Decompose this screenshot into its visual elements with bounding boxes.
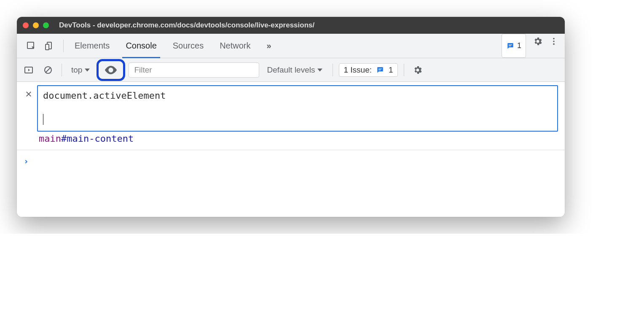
divider: [404, 64, 404, 76]
window-title: DevTools - developer.chrome.com/docs/dev…: [59, 21, 314, 30]
message-icon: [506, 42, 515, 50]
svg-rect-2: [46, 44, 49, 50]
create-live-expression-button[interactable]: [97, 59, 125, 81]
tab-sources[interactable]: Sources: [165, 34, 211, 58]
execution-context-selector[interactable]: top: [68, 64, 93, 76]
dropdown-triangle-icon: [85, 68, 90, 73]
live-expression-text: document.activeElement: [43, 90, 166, 101]
issues-label: 1 Issue:: [343, 65, 372, 75]
messages-count: 1: [517, 41, 521, 50]
tab-label: Console: [126, 41, 156, 51]
console-toolbar: top Default levels 1 Issue: 1: [17, 58, 565, 82]
issues-count: 1: [389, 65, 393, 75]
tab-label: Network: [220, 41, 250, 51]
result-element-tag: main: [39, 133, 61, 144]
tab-label: Elements: [75, 41, 110, 51]
divider: [63, 40, 64, 52]
minimize-window-button[interactable]: [33, 22, 39, 28]
remove-live-expression-button[interactable]: [20, 85, 37, 98]
svg-line-10: [46, 68, 51, 72]
maximize-window-button[interactable]: [43, 22, 49, 28]
filter-input[interactable]: [129, 62, 259, 78]
svg-rect-13: [378, 70, 381, 70]
issues-badge[interactable]: 1 Issue: 1: [339, 63, 397, 77]
more-menu-icon[interactable]: [546, 34, 561, 49]
settings-icon[interactable]: [530, 34, 545, 49]
result-element-id: #main-content: [61, 133, 134, 144]
log-levels-selector[interactable]: Default levels: [263, 65, 327, 75]
dropdown-triangle-icon: [317, 68, 322, 73]
tab-console[interactable]: Console: [118, 34, 164, 58]
eye-icon: [104, 63, 118, 77]
device-toolbar-icon[interactable]: [41, 38, 56, 54]
tab-elements[interactable]: Elements: [67, 34, 117, 58]
close-window-button[interactable]: [23, 22, 29, 28]
svg-rect-4: [509, 46, 511, 46]
live-expression-result[interactable]: main#main-content: [17, 132, 565, 150]
inspect-tools: [20, 34, 60, 58]
chevron-right-icon: »: [267, 41, 271, 51]
inspect-element-icon[interactable]: [24, 38, 39, 54]
console-settings-icon[interactable]: [410, 62, 425, 78]
svg-point-11: [110, 69, 113, 71]
svg-rect-3: [509, 44, 512, 45]
main-tabbar: Elements Console Sources Network » 1: [17, 34, 565, 58]
titlebar: DevTools - developer.chrome.com/docs/dev…: [17, 17, 565, 34]
close-icon: [25, 90, 32, 98]
svg-rect-12: [378, 68, 382, 69]
text-cursor: [43, 114, 43, 125]
divider: [62, 64, 62, 76]
tabs-overflow[interactable]: »: [259, 34, 279, 58]
svg-point-7: [553, 43, 555, 45]
live-expression-row: document.activeElement: [17, 82, 565, 132]
traffic-lights: [23, 22, 49, 28]
svg-point-5: [553, 38, 555, 40]
prompt-caret-icon: ›: [24, 156, 29, 166]
messages-badge[interactable]: 1: [502, 34, 526, 58]
clear-console-icon[interactable]: [40, 62, 56, 78]
devtools-window: DevTools - developer.chrome.com/docs/dev…: [17, 17, 565, 217]
context-label: top: [71, 65, 82, 75]
tab-network[interactable]: Network: [212, 34, 258, 58]
console-sidebar-toggle-icon[interactable]: [21, 62, 36, 78]
divider: [333, 64, 333, 76]
console-prompt[interactable]: ›: [17, 150, 565, 217]
message-icon: [376, 66, 384, 74]
tab-label: Sources: [173, 41, 204, 51]
console-content: document.activeElement main#main-content…: [17, 82, 565, 217]
svg-point-6: [553, 40, 555, 42]
live-expression-input[interactable]: document.activeElement: [37, 85, 558, 132]
levels-label: Default levels: [267, 65, 315, 75]
